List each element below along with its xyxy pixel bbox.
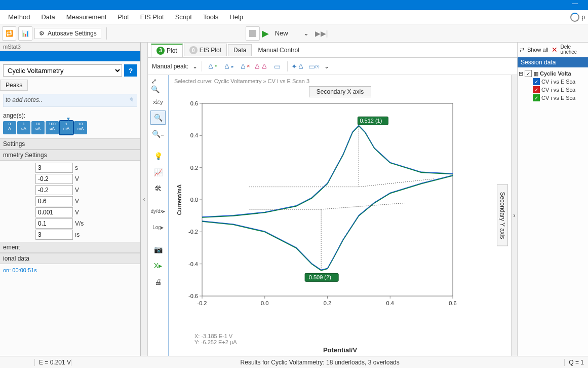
- light-icon[interactable]: 💡: [150, 149, 166, 163]
- peak-tool-overlap-icon[interactable]: ⩟⩟: [255, 61, 267, 72]
- excel-export-icon[interactable]: X▸: [150, 259, 166, 273]
- param-input[interactable]: [35, 230, 73, 240]
- peak-tool-delete-icon[interactable]: ⩟✕: [239, 61, 251, 72]
- menu-eis-plot[interactable]: EIS Plot: [135, 11, 169, 23]
- right-splitter[interactable]: ›: [511, 75, 517, 356]
- svg-text:0.2: 0.2: [324, 300, 331, 306]
- param-input[interactable]: [35, 174, 73, 184]
- tab-plot[interactable]: 3Plot: [151, 44, 183, 57]
- tab-label: Data: [233, 47, 246, 54]
- toolbar-icon-2[interactable]: 📊: [18, 26, 32, 41]
- svg-text:-0.2: -0.2: [198, 300, 207, 306]
- ional-data-header[interactable]: ional data: [0, 253, 140, 264]
- menu-tools[interactable]: Tools: [198, 11, 223, 23]
- show-all-button[interactable]: Show all: [527, 47, 548, 53]
- new-dropdown[interactable]: New ⌄: [271, 28, 313, 39]
- param-input[interactable]: [35, 207, 73, 217]
- tree-item[interactable]: ✓CV i vs E Sca: [533, 78, 587, 86]
- help-button[interactable]: ?: [124, 64, 137, 77]
- wrench-icon[interactable]: 🛠: [150, 181, 166, 196]
- range-marker-icon: ▼: [66, 116, 71, 122]
- ement-header[interactable]: ement: [0, 242, 140, 253]
- checkbox[interactable]: ✓: [533, 94, 540, 101]
- range-chip[interactable]: 1mA: [60, 121, 73, 134]
- zoom-fit-icon[interactable]: ⤢🔍: [150, 78, 166, 92]
- zoom-tool-icon[interactable]: 🔍: [150, 111, 166, 125]
- menu-plot[interactable]: Plot: [112, 11, 134, 23]
- stop-button[interactable]: [246, 26, 260, 41]
- derivative-icon[interactable]: dy/dx▸: [150, 204, 166, 218]
- param-input[interactable]: [35, 218, 73, 229]
- param-unit: V: [75, 198, 90, 205]
- secondary-y-button[interactable]: Secondary Y axis: [497, 184, 508, 246]
- chart-type-icon[interactable]: 📈: [150, 165, 166, 179]
- toggle-icon[interactable]: ⇄: [520, 47, 524, 53]
- tree-root[interactable]: ⊟ ✓ ▦ Cyclic Volta: [519, 69, 587, 78]
- notes-placeholder: to add notes..: [6, 96, 43, 103]
- camera-icon[interactable]: 📷: [150, 242, 166, 256]
- cv-plot[interactable]: -0.20.00.20.40.6-0.6-0.4-0.20.00.20.40.6…: [174, 98, 468, 311]
- left-header-bar: [0, 51, 140, 61]
- chevron-down-icon: ⌄: [303, 29, 309, 37]
- range-chip[interactable]: 10uA: [31, 121, 45, 134]
- peaks-tab[interactable]: Peaks: [0, 80, 28, 91]
- run-button[interactable]: ▶: [262, 28, 269, 39]
- svg-text:-0.4: -0.4: [188, 261, 198, 267]
- minimize-button[interactable]: —: [565, 0, 585, 10]
- checkbox[interactable]: ✓: [533, 86, 540, 93]
- svg-text:0.0: 0.0: [261, 300, 268, 306]
- tab-data[interactable]: Data: [228, 44, 252, 56]
- menu-script[interactable]: Script: [170, 11, 197, 23]
- param-input[interactable]: [35, 196, 73, 206]
- panel-splitter[interactable]: [141, 43, 148, 356]
- param-input[interactable]: [35, 163, 73, 173]
- voltammetry-settings-header[interactable]: mmetry Settings: [0, 150, 140, 161]
- checkbox[interactable]: ✓: [533, 78, 540, 85]
- print-icon[interactable]: 🖨: [150, 275, 166, 289]
- svg-text:0.0: 0.0: [190, 197, 198, 203]
- menu-data[interactable]: Data: [36, 11, 60, 23]
- instrument-tab[interactable]: mStat3: [0, 43, 140, 51]
- chevron-down-icon[interactable]: ⌄: [192, 63, 198, 70]
- tab-manual-control[interactable]: Manual Control: [253, 45, 304, 56]
- svg-text:-0.509 (2): -0.509 (2): [307, 274, 331, 280]
- method-select[interactable]: Cyclic Voltammetry: [3, 64, 122, 77]
- range-chip[interactable]: 0A: [3, 121, 16, 134]
- autosave-settings-button[interactable]: ⚙ Autosave Settings: [34, 28, 101, 39]
- tree-item[interactable]: ✓CV i vs E Sca: [533, 94, 587, 102]
- range-chip[interactable]: 100uA: [46, 121, 59, 134]
- peak-tool-star-icon[interactable]: ✦⩟: [292, 61, 304, 72]
- menu-method[interactable]: Method: [3, 11, 35, 23]
- x-axis-label: Potential/V: [174, 346, 506, 354]
- peak-tool-boxx-icon[interactable]: ▭(x): [308, 61, 320, 72]
- curve-title: Selected curve: Cyclic Voltammetry » CV …: [174, 78, 506, 84]
- range-chip[interactable]: 1uA: [17, 121, 30, 134]
- range-chip[interactable]: 10mA: [74, 121, 87, 134]
- tab-label: Manual Control: [258, 47, 299, 54]
- peak-tool-box-icon[interactable]: ▭: [271, 61, 283, 72]
- status-q: Q = 1: [564, 359, 584, 366]
- checkbox[interactable]: ✓: [525, 70, 532, 77]
- svg-text:-0.2: -0.2: [188, 229, 198, 235]
- delete-x-icon[interactable]: ✕: [552, 46, 558, 54]
- collapse-icon[interactable]: ⊟: [519, 70, 523, 77]
- pencil-icon: ✎: [129, 96, 134, 103]
- axis-xy-icon[interactable]: x⟀y: [150, 94, 166, 108]
- toolbar-icon-1[interactable]: 🔁: [2, 26, 16, 41]
- tab-eis-plot[interactable]: 0EIS Plot: [184, 44, 227, 56]
- skip-button[interactable]: ▶▶|: [315, 29, 328, 38]
- tree-item[interactable]: ✓CV i vs E Sca: [533, 86, 587, 94]
- secondary-x-button[interactable]: Secondary X axis: [309, 86, 371, 97]
- menu-help[interactable]: Help: [224, 11, 248, 23]
- peak-tool-add-icon[interactable]: ⩟✦: [206, 61, 218, 72]
- peak-tool-next-icon[interactable]: ⩟▸: [222, 61, 234, 72]
- zoom-out-icon[interactable]: 🔍₋: [150, 127, 166, 141]
- gear-icon: ⚙: [39, 30, 45, 37]
- param-input[interactable]: [35, 185, 73, 195]
- log-icon[interactable]: Log▸: [150, 220, 166, 234]
- notes-input[interactable]: to add notes.. ✎: [3, 94, 137, 107]
- menu-measurement[interactable]: Measurement: [61, 11, 111, 23]
- chevron-down-icon[interactable]: ⌄: [324, 63, 329, 70]
- app-logo-icon: [570, 13, 579, 22]
- settings-header[interactable]: Settings: [0, 138, 140, 150]
